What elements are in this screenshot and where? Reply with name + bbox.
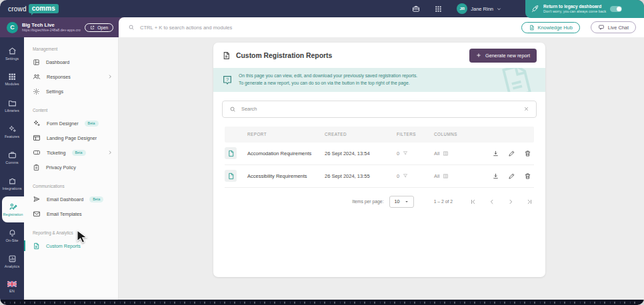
briefcase-icon xyxy=(8,151,17,159)
sidebar-item-responses[interactable]: Responses xyxy=(24,69,118,84)
delete-trash-icon[interactable] xyxy=(524,150,531,157)
current-app-panel: C Big Tech Live https://bigtechlive-248a… xyxy=(0,17,119,37)
rail-item-libraries[interactable]: Libraries xyxy=(0,93,24,119)
beta-badge: Beta xyxy=(85,121,99,127)
delete-trash-icon[interactable] xyxy=(524,172,531,180)
table-header-row: REPORT CREATED FILTERS COLUMNS xyxy=(225,127,534,143)
rail-item-analytics[interactable]: Analytics xyxy=(0,248,24,274)
section-title-communications: Communications xyxy=(24,180,118,192)
columns-icon xyxy=(443,151,449,156)
global-search-input[interactable] xyxy=(140,25,516,31)
next-page-icon[interactable] xyxy=(507,198,514,205)
clipboard-icon xyxy=(33,164,40,171)
legacy-title: Return to legacy dashboard xyxy=(543,4,606,9)
sidebar-item-privacy-policy[interactable]: Privacy Policy xyxy=(24,160,118,174)
sidebar-item-custom-reports[interactable]: Custom Reports xyxy=(24,238,118,253)
col-columns: COLUMNS xyxy=(434,132,478,137)
user-menu[interactable]: JR Jane Rinn xyxy=(457,3,501,14)
info-line2: To generate a new report, you can do so … xyxy=(239,80,417,87)
table-row: Accessibility Requirements 26 Sept 2024,… xyxy=(225,165,534,188)
global-search-bar: Knowledge Hub Live Chat xyxy=(119,17,644,37)
edit-pencil-icon[interactable] xyxy=(508,172,515,180)
download-icon[interactable] xyxy=(492,172,499,180)
book-icon xyxy=(529,25,535,31)
open-app-button[interactable]: Open xyxy=(85,23,113,32)
columns-value: All xyxy=(434,173,439,179)
section-title-content: Content xyxy=(24,104,118,116)
reports-search-box xyxy=(222,101,537,118)
document-watermark-icon xyxy=(493,68,539,92)
last-page-icon[interactable] xyxy=(526,198,533,205)
rail-item-integrations[interactable]: Integrations xyxy=(0,170,24,196)
sidebar-item-dashboard[interactable]: Dashboard xyxy=(24,55,118,69)
col-created: CREATED xyxy=(325,132,397,137)
page-range: 1 – 2 of 2 xyxy=(434,199,453,204)
clear-search-icon[interactable] xyxy=(523,106,529,112)
reports-search-input[interactable] xyxy=(241,106,518,112)
filters-count: 0 xyxy=(397,173,399,179)
ticket-icon xyxy=(33,149,41,156)
report-created: 26 Sept 2024, 13:54 xyxy=(325,151,397,156)
reports-table: REPORT CREATED FILTERS COLUMNS Accomodat… xyxy=(225,127,534,188)
icon-rail: Settings Modules Libraries Features Comm… xyxy=(0,37,24,300)
knowledge-hub-button[interactable]: Knowledge Hub xyxy=(521,22,580,33)
sidebar-item-form-designer[interactable]: Form Designer Beta xyxy=(24,116,118,131)
folder-icon xyxy=(8,99,17,107)
download-icon[interactable] xyxy=(492,150,499,157)
puzzle-icon xyxy=(8,176,17,185)
sidebar-item-email-dashboard[interactable]: Email Dashboard Beta xyxy=(24,192,118,206)
sidebar-item-email-templates[interactable]: Email Templates xyxy=(24,206,118,221)
legacy-toggle[interactable] xyxy=(610,6,622,12)
chart-icon xyxy=(8,254,17,263)
sidebar-item-ticketing[interactable]: Ticketing Beta xyxy=(24,145,118,160)
rocket-icon xyxy=(531,5,539,13)
generate-new-report-button[interactable]: Generate new report xyxy=(469,49,537,63)
bell-icon xyxy=(8,228,17,237)
language-switcher[interactable]: EN xyxy=(0,281,24,293)
rail-item-registration[interactable]: Registration xyxy=(2,196,24,222)
app-url: https://bigtechlive-248a8.dev-apps.crowd… xyxy=(22,28,81,32)
first-page-icon[interactable] xyxy=(470,198,477,205)
sidebar-item-landing-page-designer[interactable]: Landing Page Designer xyxy=(24,131,118,145)
language-label: EN xyxy=(9,289,15,293)
main-area: Custom Registration Reports Generate new… xyxy=(119,37,644,300)
logo-text-crowd: crowd xyxy=(8,5,27,13)
live-chat-button[interactable]: Live Chat xyxy=(591,21,636,33)
search-icon xyxy=(128,24,135,31)
gear-icon xyxy=(33,88,40,95)
search-icon xyxy=(229,106,236,113)
user-name: Jane Rinn xyxy=(471,6,493,12)
envelope-icon xyxy=(33,210,41,218)
rail-item-onsite[interactable]: On-Site xyxy=(0,222,24,248)
briefcase-icon[interactable] xyxy=(412,5,420,13)
rail-item-settings[interactable]: Settings xyxy=(0,41,24,67)
avatar: JR xyxy=(457,3,467,14)
grid-icon xyxy=(8,73,16,81)
rail-item-features[interactable]: Features xyxy=(0,119,24,145)
report-created: 26 Sept 2024, 13:55 xyxy=(325,173,397,179)
pagination: Items per page: 10 1 – 2 of 2 xyxy=(222,196,537,208)
section-title-reporting-analytics: Reporting & Analytics xyxy=(24,226,118,238)
logo-text-comms: comms xyxy=(29,4,59,13)
app-logo: C xyxy=(7,22,18,33)
page-title: Custom Registration Reports xyxy=(236,52,332,59)
document-icon xyxy=(222,51,231,60)
rail-item-modules[interactable]: Modules xyxy=(0,67,24,93)
edit-pencil-icon[interactable] xyxy=(508,150,515,157)
person-edit-icon xyxy=(9,202,17,211)
columns-value: All xyxy=(434,151,439,156)
sidebar-item-settings[interactable]: Settings xyxy=(24,84,118,99)
apps-grid-icon[interactable] xyxy=(435,5,442,13)
caret-down-icon xyxy=(405,200,409,204)
items-per-page-select[interactable]: 10 xyxy=(389,196,414,208)
rail-item-comms[interactable]: Comms xyxy=(0,145,24,170)
report-name: Accomodation Requirements xyxy=(247,151,325,156)
report-doc-icon xyxy=(225,170,237,182)
prev-page-icon[interactable] xyxy=(489,198,495,205)
top-bar: crowd comms JR Jane Rinn xyxy=(0,0,644,17)
home-icon xyxy=(8,47,17,55)
columns-icon xyxy=(443,173,449,179)
beta-badge: Beta xyxy=(89,196,103,202)
svg-text:?: ? xyxy=(226,77,229,83)
sparkles-icon xyxy=(33,119,41,127)
